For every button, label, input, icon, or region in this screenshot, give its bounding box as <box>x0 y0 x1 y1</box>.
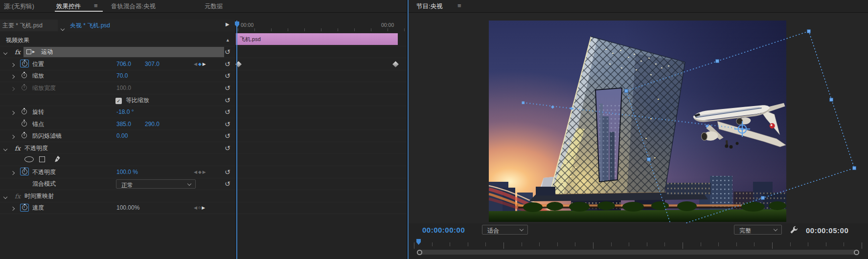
panel-menu-icon[interactable]: ≡ <box>94 2 98 9</box>
settings-wrench-icon[interactable] <box>789 225 799 237</box>
program-zoom-scrollbar[interactable] <box>417 250 859 255</box>
scale-width-value: 100.0 <box>116 85 131 91</box>
collapse-icon[interactable]: ▲ <box>226 38 230 43</box>
motion-label: 运动 <box>41 48 53 56</box>
master-clip-label[interactable]: 主要 * 飞机.psd <box>2 22 43 30</box>
chevron-right-icon[interactable] <box>11 71 14 80</box>
reset-icon[interactable]: ↺ <box>225 121 230 127</box>
params-timeline-divider[interactable] <box>235 20 236 259</box>
fx-badge-icon[interactable]: fx <box>15 144 21 151</box>
stopwatch-icon[interactable] <box>20 203 29 212</box>
stopwatch-icon[interactable] <box>22 108 27 116</box>
anchor-y-value[interactable]: 290.0 <box>145 121 160 128</box>
chevron-right-icon[interactable] <box>11 108 14 116</box>
program-tabbar: 节目:央视 ≡ <box>409 0 868 13</box>
sequence-clip-label[interactable]: 央视 * 飞机.psd <box>70 22 110 30</box>
tab-program[interactable]: 节目:央视 <box>416 2 442 11</box>
chevron-right-icon[interactable] <box>11 84 14 92</box>
reset-icon[interactable]: ↺ <box>225 145 230 151</box>
sequence-duration: 00:00:05:00 <box>806 226 848 235</box>
rect-mask-icon[interactable] <box>39 155 45 164</box>
reset-icon[interactable]: ↺ <box>225 49 230 55</box>
chevron-right-icon[interactable] <box>11 131 14 140</box>
uniform-scale-checkbox[interactable]: ✓ <box>115 96 122 105</box>
reset-icon[interactable]: ↺ <box>225 85 230 91</box>
rotation-row: 旋转 -18.0 ° ↺ <box>0 106 407 118</box>
antiflicker-value[interactable]: 0.00 <box>116 132 128 139</box>
ellipse-mask-icon[interactable] <box>24 155 34 164</box>
reset-icon[interactable]: ↺ <box>225 73 230 79</box>
transform-icon[interactable]: ▶ <box>26 47 35 56</box>
current-timecode[interactable]: 00:00:00:00 <box>422 226 465 234</box>
blend-mode-select[interactable]: 正常 <box>116 179 196 189</box>
tab-metadata[interactable]: 元数据 <box>205 2 223 11</box>
position-y-value[interactable]: 307.0 <box>145 61 160 67</box>
chevron-down-icon[interactable] <box>4 144 7 152</box>
rotation-value[interactable]: -18.0 ° <box>116 108 134 115</box>
time-remap-section-row[interactable]: fx 时间重映射 <box>0 190 407 202</box>
keyframe-navigator[interactable]: ◀◆▶ <box>194 62 207 66</box>
pen-mask-icon[interactable] <box>54 155 61 165</box>
scale-row: 缩放 70.0 ↺ <box>0 70 407 83</box>
reset-icon[interactable]: ↺ <box>225 109 230 115</box>
show-timeline-icon[interactable]: ▶ <box>226 22 229 27</box>
reset-icon[interactable]: ↺ <box>225 169 230 175</box>
stopwatch-icon[interactable] <box>22 120 27 129</box>
fx-badge-icon[interactable]: fx <box>15 48 21 56</box>
timeline-start-time: 00:00 <box>241 22 253 28</box>
tab-audio-mixer[interactable]: 音轨混合器:央视 <box>111 2 156 11</box>
scale-width-label: 缩放宽度 <box>32 84 56 92</box>
scrollbar-right-handle[interactable] <box>854 250 859 255</box>
speed-row: 速度 100.00% ◀○▶ <box>0 202 407 215</box>
blend-mode-row: 混合模式 正常 ↺ <box>0 178 407 191</box>
mask-tools-row <box>0 154 407 166</box>
effects-rows: 视频效果 ▲ fx ▶ 运动 ↺ 位置 706.0 307.0 ◀◆▶ ↺ <box>0 34 407 214</box>
stopwatch-icon[interactable] <box>22 131 27 140</box>
reset-icon[interactable]: ↺ <box>225 133 230 139</box>
stopwatch-icon[interactable] <box>20 60 29 68</box>
keyframe-navigator[interactable]: ◀○▶ <box>194 205 206 210</box>
chevron-down-icon[interactable] <box>4 47 7 56</box>
position-row: 位置 706.0 307.0 ◀◆▶ ↺ <box>0 58 407 70</box>
scrollbar-left-handle[interactable] <box>417 250 422 255</box>
stopwatch-icon[interactable] <box>22 71 27 80</box>
chevron-down-icon <box>774 227 777 231</box>
program-video-area[interactable] <box>409 13 868 223</box>
transform-overlay[interactable] <box>409 13 868 223</box>
chevron-down-icon[interactable] <box>4 192 7 200</box>
chevron-right-icon[interactable] <box>11 60 14 68</box>
timeline-clip-bar[interactable]: 飞机.psd <box>236 33 398 45</box>
scale-value[interactable]: 70.0 <box>116 72 128 79</box>
chevron-right-icon[interactable] <box>11 203 14 212</box>
speed-label: 速度 <box>32 204 44 212</box>
reset-icon[interactable]: ↺ <box>225 61 230 67</box>
anchor-point-label: 锚点 <box>32 120 44 128</box>
tab-source[interactable]: 源:(无剪辑) <box>4 2 34 11</box>
timeline-ruler-ticks[interactable] <box>238 28 406 31</box>
time-remap-label: 时间重映射 <box>24 192 54 200</box>
panel-menu-icon[interactable]: ≡ <box>457 2 461 9</box>
motion-section-row[interactable]: fx ▶ 运动 ↺ <box>0 46 407 59</box>
position-x-value[interactable]: 706.0 <box>116 61 131 67</box>
left-tabbar: 源:(无剪辑) 效果控件 ≡ 音轨混合器:央视 元数据 <box>0 0 407 13</box>
position-label: 位置 <box>32 60 44 68</box>
anchor-x-value[interactable]: 385.0 <box>116 121 131 128</box>
effect-controls-panel: 源:(无剪辑) 效果控件 ≡ 音轨混合器:央视 元数据 主要 * 飞机.psd … <box>0 0 407 259</box>
chevron-right-icon[interactable] <box>11 168 14 176</box>
tab-effect-controls[interactable]: 效果控件 <box>56 2 81 11</box>
anchor-point-row: 锚点 385.0 290.0 ↺ <box>0 118 407 130</box>
stopwatch-icon[interactable] <box>20 168 29 176</box>
speed-value[interactable]: 100.00% <box>116 204 139 211</box>
zoom-level-select[interactable]: 适合 <box>482 225 528 235</box>
premiere-workspace: 源:(无剪辑) 效果控件 ≡ 音轨混合器:央视 元数据 主要 * 飞机.psd … <box>0 0 868 259</box>
program-time-ruler[interactable] <box>414 242 865 249</box>
reset-icon[interactable]: ↺ <box>225 181 230 187</box>
keyframe-navigator[interactable]: ◀◆▶ <box>194 170 207 174</box>
program-control-bar: 00:00:00:00 适合 完整 00:00:05:00 <box>409 223 868 259</box>
chevron-down-icon[interactable] <box>61 23 64 32</box>
opacity-section-row[interactable]: fx 不透明度 ↺ <box>0 142 407 154</box>
reset-icon[interactable]: ↺ <box>225 97 230 103</box>
playback-resolution-select[interactable]: 完整 <box>734 225 782 235</box>
effect-controls-playhead[interactable] <box>236 21 237 259</box>
opacity-value[interactable]: 100.0 % <box>116 169 138 175</box>
